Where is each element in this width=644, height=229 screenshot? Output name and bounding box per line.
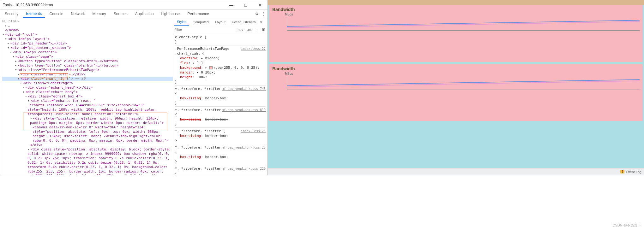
dom-line-selected[interactable]: ▾<div class="chart_right"> == $0 bbox=[2, 77, 173, 81]
chart-series-blue bbox=[287, 20, 640, 26]
ide-statusbar: 1Event Log bbox=[268, 168, 644, 175]
dom-line[interactable]: ▸<div class style="position: absolute; d… bbox=[2, 147, 173, 175]
styles-tab-eventlisteners[interactable]: Event Listeners bbox=[229, 19, 258, 25]
app-preview: Bandwidth MBps Bandwidth MBps 1Event Log bbox=[268, 0, 644, 175]
box-model-icon[interactable]: ▣ bbox=[261, 27, 266, 32]
gear-icon[interactable]: ⚙ bbox=[254, 11, 259, 16]
dom-line[interactable]: ▾<div id="ps_content_wrapper"> bbox=[2, 46, 173, 50]
window-controls: — □ ✕ bbox=[224, 0, 268, 10]
tab-memory[interactable]: Memory bbox=[89, 10, 109, 17]
app-body: Bandwidth MBps Bandwidth MBps bbox=[268, 5, 644, 168]
close-button[interactable]: ✕ bbox=[253, 0, 268, 10]
dom-line[interactable]: ▸<div id="ps_header">…</div> bbox=[2, 41, 173, 46]
chart-card-2: Bandwidth MBps bbox=[269, 64, 643, 121]
dom-line[interactable]: ▾<div class="echart_body"> bbox=[2, 90, 173, 94]
ide-eventlog[interactable]: 1Event Log bbox=[620, 170, 641, 174]
devtools-tabbar: Security Elements Console Network Memory… bbox=[0, 10, 268, 18]
rule-star[interactable]: index.less:25 *, *::before, *::after { b… bbox=[175, 128, 266, 144]
dom-line[interactable]: ▾<div class="echart_box_4"> bbox=[2, 94, 173, 99]
rule-star[interactable]: mf-dep_vend…unk.css:819 *, *::before, *:… bbox=[175, 107, 266, 128]
tab-lighthouse[interactable]: Lighthouse bbox=[158, 10, 183, 17]
dom-line[interactable]: ▸<button type="button" class="ofs-btn">…… bbox=[2, 59, 173, 63]
cls-toggle[interactable]: .cls bbox=[246, 28, 254, 32]
dom-line[interactable]: ▾<div class="page"> bbox=[2, 55, 173, 59]
styles-panel: Styles Computed Layout Event Listeners »… bbox=[173, 18, 268, 175]
dom-line[interactable]: PE html> bbox=[2, 19, 173, 24]
color-swatch-icon[interactable] bbox=[209, 66, 213, 69]
warn-badge: 1 bbox=[620, 170, 625, 173]
app-header-strip bbox=[268, 0, 644, 5]
tab-security[interactable]: Security bbox=[2, 10, 21, 17]
rule-star[interactable]: mf-dep_vend…unk.css:743 *, *::before, *:… bbox=[175, 85, 266, 107]
devtools-window: Tools - 10.22.68.3:8002/demo — □ ✕ Secur… bbox=[0, 0, 268, 175]
chart-title: Bandwidth bbox=[272, 66, 640, 71]
titlebar: Tools - 10.22.68.3:8002/demo — □ ✕ bbox=[0, 0, 268, 10]
dom-line[interactable]: ▸<button type="button" class="ofs-btn">…… bbox=[2, 63, 173, 68]
styles-tab-more-icon[interactable]: » bbox=[260, 20, 262, 24]
dom-line[interactable]: ▸<div class="echart_head">…</div> bbox=[2, 85, 173, 90]
chart-series-pink bbox=[287, 21, 640, 28]
chart-plot bbox=[287, 77, 640, 90]
chart-unit: MBps bbox=[272, 72, 640, 75]
dom-line[interactable]: ▸… bbox=[2, 24, 173, 28]
more-icon[interactable]: ⋮ bbox=[261, 11, 266, 16]
source-link[interactable]: index.less:27 bbox=[241, 46, 266, 51]
source-link[interactable]: index.less:25 bbox=[241, 129, 266, 133]
chart-card-1: Bandwidth MBps bbox=[269, 5, 643, 62]
source-link[interactable]: mf-dep_vend…unk.css:743 bbox=[222, 86, 266, 91]
dom-line[interactable]: ▾<div style="position: relative; width: … bbox=[2, 116, 173, 125]
styles-tab-layout[interactable]: Layout bbox=[213, 19, 228, 25]
tab-application[interactable]: Application bbox=[132, 10, 157, 17]
dom-line[interactable]: ▾<div id="ps_layout"> bbox=[2, 37, 173, 41]
styles-tab-computed[interactable]: Computed bbox=[190, 19, 211, 25]
tab-network[interactable]: Network bbox=[68, 10, 88, 17]
styles-filter-row: :hov .cls + ▣ bbox=[173, 26, 268, 33]
tab-console[interactable]: Console bbox=[46, 10, 66, 17]
dom-line[interactable]: ▾<div class="echarts-for-react " _echart… bbox=[2, 99, 173, 116]
chart-unit: MBps bbox=[272, 13, 640, 16]
dom-line[interactable]: ▸<div class="chart_left">…</div> bbox=[2, 72, 173, 77]
styles-filter-input[interactable] bbox=[174, 28, 234, 32]
styles-tabbar: Styles Computed Layout Event Listeners » bbox=[173, 18, 268, 26]
maximize-button[interactable]: □ bbox=[238, 0, 253, 10]
window-title: Tools - 10.22.68.3:8002/demo bbox=[0, 3, 53, 7]
source-link[interactable]: mf-dep_vend…unk.css:819 bbox=[222, 108, 266, 112]
dom-line[interactable]: </head> bbox=[2, 28, 173, 32]
styles-rules[interactable]: element.style { } index.less:27 .Perform… bbox=[173, 33, 268, 175]
rule-element-style[interactable]: element.style { } bbox=[175, 34, 266, 45]
tab-sources[interactable]: Sources bbox=[111, 10, 131, 17]
dom-line[interactable]: <canvas data-zr-dom-id="zr_0" width="966… bbox=[2, 125, 173, 143]
hov-toggle[interactable]: :hov bbox=[235, 28, 244, 32]
tab-elements[interactable]: Elements bbox=[23, 10, 45, 18]
dom-line[interactable]: ▾<div id="ps_content"> bbox=[2, 50, 173, 55]
rule-star[interactable]: mf-dep_vend…hunk.css:25 *, *::before, *:… bbox=[175, 144, 266, 165]
chart-title: Bandwidth bbox=[272, 7, 640, 12]
minimize-button[interactable]: — bbox=[224, 0, 238, 10]
new-rule-icon[interactable]: + bbox=[255, 28, 259, 32]
rule-chart-right[interactable]: index.less:27 .PerformanceEchartsTwoPage… bbox=[175, 45, 266, 85]
tab-performance[interactable]: Performance bbox=[184, 10, 212, 17]
source-link[interactable]: mf-dep_vend…hunk.css:25 bbox=[222, 145, 266, 150]
styles-tab-styles[interactable]: Styles bbox=[174, 19, 189, 26]
dom-line[interactable]: </div> bbox=[2, 143, 173, 147]
source-link[interactable]: mf-dep_vend…unk.css:220 bbox=[222, 166, 266, 171]
main-split: PE html> ▸… </head> ▾<div id="root"> ▾<d… bbox=[0, 18, 268, 175]
dom-line[interactable]: ▾<div class="PerformanceEchartsTwoPage"> bbox=[2, 68, 173, 72]
chart-series-pink bbox=[287, 80, 640, 87]
dom-tree[interactable]: PE html> ▸… </head> ▾<div id="root"> ▾<d… bbox=[0, 18, 173, 175]
dom-line[interactable]: ▾<div class="EchartPage"> bbox=[2, 81, 173, 85]
dom-line[interactable]: ▾<div id="root"> bbox=[2, 32, 173, 37]
chart-series-blue bbox=[287, 79, 640, 86]
chart-plot bbox=[287, 17, 640, 31]
rule-star[interactable]: mf-dep_vend…unk.css:220 *, *::before, *:… bbox=[175, 165, 266, 175]
